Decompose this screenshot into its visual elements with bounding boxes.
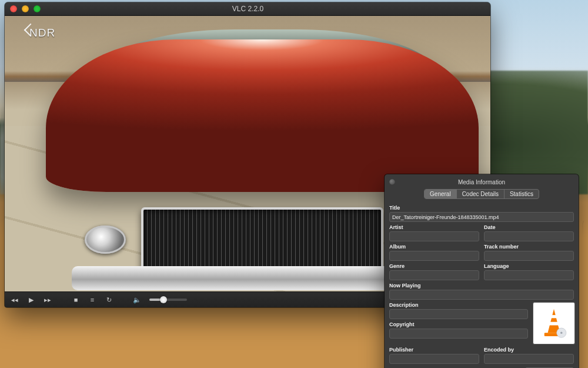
input-description[interactable] xyxy=(389,309,528,319)
tab-codec-details[interactable]: Codec Details xyxy=(457,190,505,198)
window-titlebar[interactable]: VLC 2.2.0 xyxy=(5,2,490,16)
panel-body: Title Artist Date Album Track number Gen… xyxy=(389,203,574,368)
stop-button[interactable]: ■ xyxy=(72,296,80,303)
input-artist[interactable] xyxy=(389,231,479,241)
field-date: Date xyxy=(484,224,574,241)
artwork-thumbnail[interactable] xyxy=(533,302,575,344)
field-now-playing: Now Playing xyxy=(389,283,574,300)
input-album[interactable] xyxy=(389,251,479,261)
field-description: Description xyxy=(389,302,528,319)
label-now-playing: Now Playing xyxy=(389,283,574,289)
label-publisher: Publisher xyxy=(389,347,479,353)
label-artist: Artist xyxy=(389,224,479,230)
playlist-button[interactable]: ≡ xyxy=(88,296,96,303)
repeat-button[interactable]: ↻ xyxy=(105,296,113,304)
volume-slider-knob[interactable] xyxy=(160,296,167,303)
input-now-playing[interactable] xyxy=(389,290,574,300)
media-information-panel: Media Information General Codec Details … xyxy=(385,174,579,368)
label-genre: Genre xyxy=(389,263,479,269)
input-title[interactable] xyxy=(389,212,574,222)
panel-tabs: General Codec Details Statistics xyxy=(424,189,539,199)
panel-title: Media Information xyxy=(395,179,568,185)
volume-icon: 🔈 xyxy=(133,296,141,304)
play-button[interactable]: ▶ xyxy=(27,296,35,304)
window-close-button[interactable] xyxy=(10,5,17,12)
field-album: Album xyxy=(389,244,479,261)
label-language: Language xyxy=(484,263,574,269)
tab-general[interactable]: General xyxy=(425,190,457,198)
input-language[interactable] xyxy=(484,270,574,280)
label-encoded-by: Encoded by xyxy=(484,347,574,353)
svg-rect-1 xyxy=(550,315,558,318)
label-date: Date xyxy=(484,224,574,230)
label-album: Album xyxy=(389,244,479,250)
volume-slider[interactable] xyxy=(149,299,187,301)
window-title: VLC 2.2.0 xyxy=(41,5,455,13)
input-copyright[interactable] xyxy=(389,329,528,339)
window-zoom-button[interactable] xyxy=(34,5,41,12)
input-date[interactable] xyxy=(484,231,574,241)
input-genre[interactable] xyxy=(389,270,479,280)
panel-close-button[interactable] xyxy=(389,179,395,185)
field-genre: Genre xyxy=(389,263,479,280)
window-minimize-button[interactable] xyxy=(22,5,29,12)
label-copyright: Copyright xyxy=(389,321,528,327)
label-description: Description xyxy=(389,302,528,308)
field-language: Language xyxy=(484,263,574,280)
panel-header: Media Information xyxy=(389,178,574,186)
broadcaster-watermark: NDR xyxy=(29,26,55,39)
svg-point-5 xyxy=(560,332,562,334)
input-encoded-by[interactable] xyxy=(484,354,574,364)
tab-statistics[interactable]: Statistics xyxy=(505,190,539,198)
traffic-lights xyxy=(10,5,41,12)
svg-rect-2 xyxy=(549,322,560,326)
label-track-number: Track number xyxy=(484,244,574,250)
field-track-number: Track number xyxy=(484,244,574,261)
vlc-cone-icon xyxy=(537,306,571,340)
field-encoded-by: Encoded by xyxy=(484,347,574,364)
field-title: Title xyxy=(389,205,574,222)
label-title: Title xyxy=(389,205,574,211)
input-publisher[interactable] xyxy=(389,354,479,364)
field-publisher: Publisher xyxy=(389,347,479,364)
field-artist: Artist xyxy=(389,224,479,241)
next-button[interactable]: ▸▸ xyxy=(44,296,52,304)
previous-button[interactable]: ◂◂ xyxy=(11,296,19,304)
field-copyright: Copyright xyxy=(389,321,528,339)
input-track-number[interactable] xyxy=(484,251,574,261)
